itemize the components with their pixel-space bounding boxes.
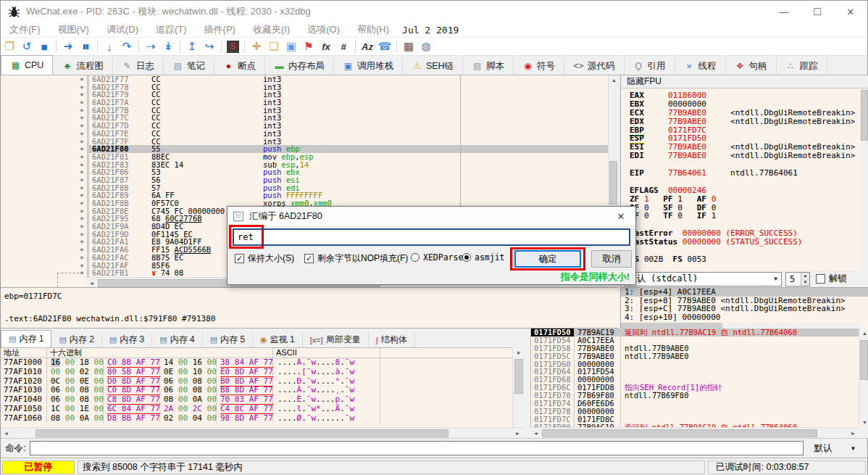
breakpoint-dot[interactable]: ●	[77, 145, 89, 153]
breakpoint-dot[interactable]: ●	[77, 262, 89, 270]
scroll-thumb[interactable]	[860, 340, 868, 380]
scroll-thumb[interactable]	[609, 161, 617, 205]
breakpoint-dot[interactable]: ●	[77, 254, 89, 262]
breakpoint-dot[interactable]: ●	[77, 153, 89, 161]
comments-icon[interactable]: ❏	[265, 39, 283, 54]
asmjit-radio[interactable]: asmjit	[462, 252, 505, 263]
pause-icon[interactable]: ▮▮	[77, 39, 94, 54]
breakpoint-dot[interactable]: ●	[77, 161, 89, 169]
tab-dump-5[interactable]: ▤内存 5	[203, 332, 253, 347]
breakpoint-dot[interactable]: ●	[77, 184, 89, 192]
stop-icon[interactable]: ■	[36, 39, 53, 54]
stack-horizontal-scrollbar[interactable]: ◄ ►	[530, 427, 859, 438]
tab-seh[interactable]: ⚠SEH链	[403, 57, 463, 75]
run-down-icon[interactable]: ↡	[159, 39, 177, 54]
tab-dump-2[interactable]: ▤内存 2	[51, 332, 101, 347]
tab-call-stack[interactable]: ▣调用堆栈	[334, 57, 403, 75]
close-button[interactable]: ✕	[834, 1, 867, 22]
menu-item[interactable]: 文件(F)	[1, 23, 49, 36]
menu-item[interactable]: 调试(D)	[98, 23, 147, 36]
strings-icon[interactable]: Az	[359, 39, 376, 54]
tab-graph[interactable]: ♣流程图	[53, 57, 113, 75]
open-file-icon[interactable]: ❐	[1, 39, 18, 54]
breakpoint-dot[interactable]: ●	[77, 246, 89, 254]
scroll-thumb[interactable]	[542, 429, 817, 437]
breakpoint-dot[interactable]: ●	[77, 223, 89, 231]
registers-scrollbar[interactable]	[860, 88, 868, 270]
keep-size-checkbox[interactable]: ✓ 保持大小(S)	[235, 252, 294, 265]
tab-log[interactable]: ✎日志	[113, 57, 164, 75]
hide-fpu-button[interactable]: 隐藏FPU	[621, 75, 868, 88]
scroll-thumb[interactable]	[621, 323, 722, 329]
execute-till-return-icon[interactable]: ⇢	[142, 39, 159, 54]
breakpoint-dot[interactable]: ●	[77, 122, 89, 130]
argument-row[interactable]: 1: [esp+4] A0C17EEA	[621, 288, 868, 297]
breakpoint-dot[interactable]: ●	[77, 231, 89, 239]
tab-breakpoints[interactable]: ●断点	[214, 57, 265, 75]
tab-struct[interactable]: ∫结构体	[369, 332, 415, 347]
tab-watch-1[interactable]: ◉监视 1	[253, 332, 303, 347]
breakpoint-dot[interactable]: ●	[77, 238, 89, 246]
scroll-down-icon[interactable]: ▼	[859, 418, 868, 427]
breakpoint-dot[interactable]: ●	[77, 168, 89, 176]
scroll-thumb[interactable]	[514, 359, 523, 394]
dialog-title-bar[interactable]: 汇编于 6AD21F80 ✕	[228, 207, 635, 226]
register-row[interactable]: EIP 77B64061 ntdll.77B64061	[630, 169, 868, 178]
functions-icon[interactable]: fx	[317, 39, 335, 54]
register-row[interactable]: LastStatus 00000000 (STATUS_SUCCESS)	[630, 238, 868, 247]
breakpoint-dot[interactable]: ●	[77, 99, 89, 107]
breakpoint-dot[interactable]: ●	[77, 107, 89, 115]
arguments-scrollbar[interactable]	[621, 323, 860, 329]
breakpoint-dot[interactable]: ●	[77, 130, 89, 138]
hash-icon[interactable]: #	[335, 39, 352, 54]
breakpoint-dot[interactable]: ●	[77, 215, 89, 223]
scroll-left-icon[interactable]: ◄	[1, 429, 12, 438]
tab-threads[interactable]: »线程	[675, 57, 726, 75]
dump-row[interactable]: 77AF106008 00 0A 00D8 8B AF 7702 00 04 0…	[1, 414, 525, 423]
dialog-close-icon[interactable]: ✕	[612, 210, 630, 223]
scroll-thumb[interactable]	[36, 429, 448, 437]
ok-button[interactable]: 确定	[514, 250, 581, 268]
step-into-icon[interactable]: ↓	[101, 39, 118, 54]
calling-convention-select[interactable]: 默认 (stdcall) ▼	[624, 272, 782, 286]
disasm-row[interactable]: ●6AD21F818BECmov ebp,esp	[1, 153, 618, 161]
breakpoint-dot[interactable]: ●	[77, 176, 89, 184]
tab-dump-1[interactable]: ▤内存 1	[1, 330, 51, 347]
breakpoint-dot[interactable]: ●	[77, 75, 89, 83]
argument-row[interactable]: 4: [esp+10] 00000000	[621, 313, 868, 322]
minimize-button[interactable]: —	[767, 1, 801, 22]
calculator-icon[interactable]: ▦	[400, 39, 417, 54]
scroll-left-icon[interactable]: ◄	[530, 429, 541, 438]
tab-cpu[interactable]: ▦CPU	[1, 55, 53, 75]
step-over-icon[interactable]: ↷	[118, 39, 135, 54]
tab-references[interactable]: Ϙ引用	[625, 57, 675, 75]
scroll-thumb[interactable]	[861, 90, 868, 141]
tab-script[interactable]: ▤脚本	[463, 57, 514, 75]
breakpoint-dot[interactable]: ●	[77, 83, 89, 91]
command-profile-select[interactable]: 默认 ▼	[808, 441, 860, 455]
breakpoint-dot[interactable]: ●	[77, 138, 89, 146]
breakpoint-dot[interactable]: ●	[77, 207, 89, 215]
menu-item[interactable]: 收藏夹(I)	[244, 23, 299, 36]
menu-item[interactable]: 视图(V)	[49, 23, 98, 36]
restart-icon[interactable]: ↺	[18, 39, 36, 54]
spin-down-icon[interactable]: ▼	[801, 279, 809, 286]
tab-symbols[interactable]: ◉符号	[514, 57, 564, 75]
menu-item[interactable]: 追踪(T)	[147, 23, 196, 36]
menu-item[interactable]: 插件(P)	[196, 23, 244, 36]
unlock-checkbox[interactable]: 解锁	[816, 273, 847, 285]
dump-vertical-scrollbar[interactable]: ▲	[512, 347, 525, 427]
scroll-left-icon[interactable]: ◄	[86, 278, 97, 288]
scroll-up-icon[interactable]: ▲	[513, 347, 524, 357]
tab-memory-map[interactable]: ▬内存布局	[265, 57, 334, 75]
scroll-right-icon[interactable]: ►	[848, 429, 859, 438]
menu-item[interactable]: 选项(O)	[299, 23, 349, 36]
scroll-right-icon[interactable]: ►	[512, 429, 523, 438]
breakpoint-dot[interactable]: ●	[77, 91, 89, 99]
tab-source[interactable]: <>源代码	[564, 57, 625, 75]
stack-row[interactable]: 0171FD5C77B9ABE0ntdll.77B9ABE0	[531, 352, 868, 360]
script-icon[interactable]: S	[227, 41, 239, 53]
patches-icon[interactable]: ✚	[248, 39, 265, 54]
scroll-up-icon[interactable]: ▲	[859, 329, 868, 338]
spin-up-icon[interactable]: ▲	[801, 273, 809, 279]
